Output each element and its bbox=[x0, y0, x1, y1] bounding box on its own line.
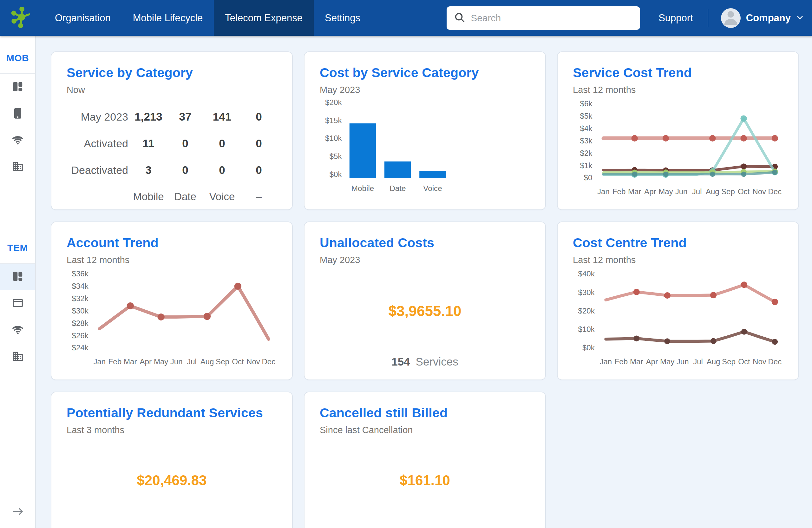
sidebar-item-tem-billing[interactable] bbox=[0, 290, 35, 317]
svg-text:$0k: $0k bbox=[330, 170, 342, 179]
svg-text:$0: $0 bbox=[584, 173, 593, 182]
svg-text:$34k: $34k bbox=[72, 282, 89, 290]
svg-text:$10k: $10k bbox=[578, 325, 595, 333]
svg-text:Feb: Feb bbox=[612, 187, 625, 196]
table-cell: 0 bbox=[167, 157, 204, 183]
card-service-by-category: Service by Category Now May 2023 1,213 3… bbox=[51, 52, 293, 210]
table-row-label: Activated bbox=[67, 130, 130, 157]
svg-text:$40k: $40k bbox=[578, 270, 595, 278]
nav-item-telecom-expense[interactable]: Telecom Expense bbox=[214, 0, 314, 36]
table-cell: 37 bbox=[167, 103, 204, 130]
svg-text:Jan: Jan bbox=[597, 187, 610, 196]
svg-text:Mobile: Mobile bbox=[351, 184, 374, 192]
svg-text:Oct: Oct bbox=[738, 357, 750, 366]
table-cell: 141 bbox=[204, 103, 241, 130]
svg-text:$24k: $24k bbox=[72, 343, 89, 352]
card-unallocated-costs: Unallocated Costs May 2023 $3,9655.10 15… bbox=[304, 222, 546, 380]
table-cell: 1,213 bbox=[130, 103, 167, 130]
table-cell: 0 bbox=[204, 130, 241, 157]
svg-text:$1k: $1k bbox=[580, 161, 593, 170]
svg-text:Nov: Nov bbox=[752, 187, 766, 196]
card-cost-by-service-category: Cost by Service Category May 2023 $20k$1… bbox=[304, 52, 546, 210]
nav-item-settings[interactable]: Settings bbox=[314, 0, 372, 36]
nav-item-organisation[interactable]: Organisation bbox=[44, 0, 122, 36]
nav-item-mobile-lifecycle[interactable]: Mobile Lifecycle bbox=[122, 0, 214, 36]
svg-text:Date: Date bbox=[390, 184, 406, 192]
card-title-link[interactable]: Cost Centre Trend bbox=[573, 236, 783, 251]
card-potentially-redundant-services: Potentially Redundant Services Last 3 mo… bbox=[51, 391, 293, 528]
sidebar-item-mob-dashboard[interactable] bbox=[0, 74, 35, 101]
mobile-icon bbox=[12, 107, 24, 120]
svg-text:$26k: $26k bbox=[72, 331, 89, 340]
svg-text:Jun: Jun bbox=[675, 187, 688, 196]
card-subtitle: Last 12 months bbox=[67, 255, 277, 265]
dashboard-icon bbox=[12, 270, 24, 284]
card-subtitle: Since last Cancellation bbox=[320, 425, 530, 436]
top-nav: Organisation Mobile Lifecycle Telecom Ex… bbox=[0, 0, 812, 36]
card-title-link[interactable]: Service by Category bbox=[67, 66, 277, 80]
brand-logo[interactable] bbox=[0, 0, 44, 36]
table-cell: 3 bbox=[130, 157, 167, 183]
sidebar-section-label-tem: TEM bbox=[0, 226, 35, 254]
cost-by-service-category-chart: $20k$15k$10k$5k$0kMobileDateVoice bbox=[320, 100, 542, 198]
sidebar-item-mob-wifi[interactable] bbox=[0, 127, 35, 154]
svg-text:Dec: Dec bbox=[262, 357, 275, 366]
service-cost-trend-chart: $6k$5k$4k$3k$2k$1k$0JanFebMarAprMayJunJu… bbox=[573, 100, 795, 198]
svg-text:Sep: Sep bbox=[722, 357, 736, 366]
svg-text:$6k: $6k bbox=[580, 100, 593, 108]
cancelled-amount: $161.10 bbox=[320, 472, 530, 488]
sidebar-item-tem-dashboard[interactable] bbox=[0, 264, 35, 290]
credit-card-icon bbox=[12, 297, 24, 310]
nav-item-label: Organisation bbox=[55, 12, 111, 24]
search-input[interactable] bbox=[471, 13, 633, 24]
card-title-link[interactable]: Account Trend bbox=[67, 236, 277, 251]
svg-text:Jul: Jul bbox=[693, 357, 703, 366]
card-title-link[interactable]: Cost by Service Category bbox=[320, 66, 530, 80]
svg-text:Aug: Aug bbox=[707, 357, 720, 366]
sidebar-item-mob-mobile[interactable] bbox=[0, 101, 35, 127]
account-trend-chart: $36k$34k$32k$30k$28k$26k$24kJanFebMarApr… bbox=[67, 270, 289, 368]
card-title-link[interactable]: Cancelled still Billed bbox=[320, 405, 530, 420]
nav-item-label: Settings bbox=[325, 12, 360, 24]
svg-text:$15k: $15k bbox=[325, 116, 342, 125]
table-cell: 11 bbox=[130, 130, 167, 157]
svg-text:$20k: $20k bbox=[325, 100, 342, 106]
support-link[interactable]: Support bbox=[658, 0, 693, 36]
svg-text:$36k: $36k bbox=[72, 270, 89, 278]
card-title-link[interactable]: Service Cost Trend bbox=[573, 66, 783, 80]
svg-text:Aug: Aug bbox=[706, 187, 720, 196]
card-subtitle: Last 12 months bbox=[573, 85, 783, 95]
card-title-link[interactable]: Potentially Redundant Services bbox=[67, 405, 277, 420]
svg-text:$3k: $3k bbox=[580, 137, 593, 145]
svg-text:Sep: Sep bbox=[721, 187, 735, 196]
table-cell: 0 bbox=[241, 157, 277, 183]
svg-text:May: May bbox=[154, 357, 168, 366]
search-box[interactable] bbox=[447, 6, 640, 30]
building-icon bbox=[12, 350, 24, 363]
service-category-table: May 2023 1,213 37 141 0 Activated 11 0 0… bbox=[67, 103, 277, 210]
sidebar-item-tem-wifi[interactable] bbox=[0, 317, 35, 344]
sidebar-expand-button[interactable] bbox=[0, 506, 35, 518]
nav-divider bbox=[708, 9, 708, 27]
sidebar-item-tem-sites[interactable] bbox=[0, 344, 35, 370]
sidebar-section-label-mob: MOB bbox=[0, 36, 35, 64]
sidebar-items-tem bbox=[0, 263, 35, 370]
svg-text:Jan: Jan bbox=[599, 357, 612, 366]
services-summary: 154 Services bbox=[320, 355, 530, 368]
card-service-cost-trend: Service Cost Trend Last 12 months $6k$5k… bbox=[557, 52, 799, 210]
services-label: Services bbox=[416, 355, 458, 368]
table-row-label: May 2023 bbox=[67, 103, 130, 130]
sidebar-item-mob-sites[interactable] bbox=[0, 154, 35, 181]
card-title-link[interactable]: Unallocated Costs bbox=[320, 236, 530, 251]
account-menu[interactable]: Company bbox=[721, 0, 804, 36]
table-footer-spacer bbox=[67, 183, 130, 210]
svg-text:Voice: Voice bbox=[423, 184, 442, 192]
sidebar: MOB TEM bbox=[0, 36, 36, 528]
wifi-icon bbox=[12, 134, 24, 147]
svg-text:$0k: $0k bbox=[582, 343, 595, 352]
svg-text:May: May bbox=[660, 357, 675, 366]
svg-text:$30k: $30k bbox=[578, 288, 595, 297]
person-icon bbox=[721, 8, 741, 28]
table-cell: 0 bbox=[204, 157, 241, 183]
search-icon bbox=[453, 11, 466, 25]
